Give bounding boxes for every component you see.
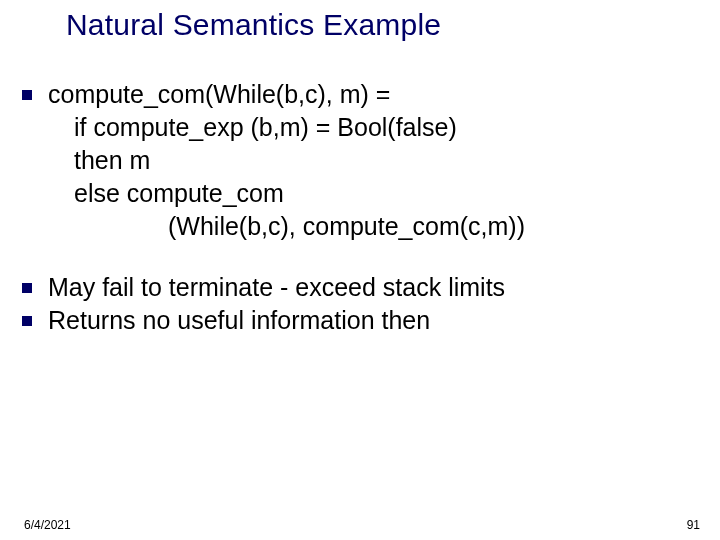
bullet-marker-icon bbox=[22, 283, 32, 293]
slide-footer: 6/4/2021 91 bbox=[24, 518, 700, 532]
footer-date: 6/4/2021 bbox=[24, 518, 71, 532]
code-line-4: else compute_com bbox=[74, 179, 284, 207]
code-line-2: if compute_exp (b,m) = Bool(false) bbox=[74, 113, 457, 141]
code-line-1: compute_com(While(b,c), m) = bbox=[48, 80, 390, 108]
bullet-marker-icon bbox=[22, 316, 32, 326]
code-line-5: (While(b,c), compute_com(c,m)) bbox=[168, 210, 525, 243]
bullet-marker-icon bbox=[22, 90, 32, 100]
footer-page-number: 91 bbox=[687, 518, 700, 532]
code-line-3: then m bbox=[74, 146, 150, 174]
bullet-item-1: compute_com(While(b,c), m) = if compute_… bbox=[22, 78, 700, 243]
bullet-text: compute_com(While(b,c), m) = if compute_… bbox=[48, 78, 525, 243]
slide: Natural Semantics Example compute_com(Wh… bbox=[0, 0, 720, 540]
bullet-item-3: Returns no useful information then bbox=[22, 304, 700, 337]
bullet-text: May fail to terminate - exceed stack lim… bbox=[48, 271, 505, 304]
slide-title: Natural Semantics Example bbox=[66, 8, 441, 42]
bullet-text: Returns no useful information then bbox=[48, 304, 430, 337]
slide-content: compute_com(While(b,c), m) = if compute_… bbox=[22, 78, 700, 337]
bullet-item-2: May fail to terminate - exceed stack lim… bbox=[22, 271, 700, 304]
